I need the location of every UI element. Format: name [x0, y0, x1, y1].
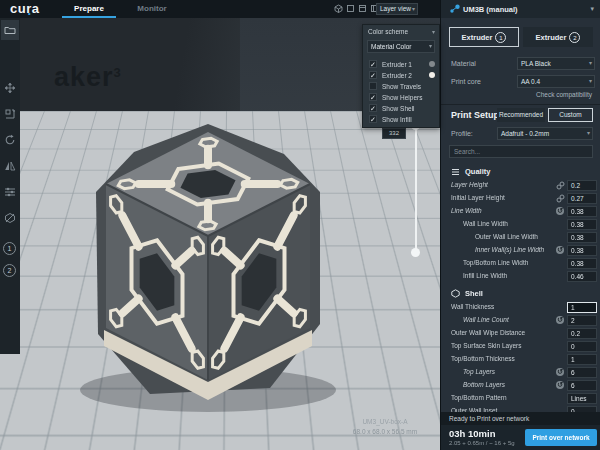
setting-value[interactable]: 2: [567, 315, 597, 326]
setting-value[interactable]: 0.38: [567, 232, 597, 243]
checkbox-unchecked[interactable]: [369, 82, 377, 90]
print-settings-panel: Extruder 1 Extruder 2 Material PLA Black…: [440, 18, 600, 450]
view-mode-dropdown[interactable]: Layer view▾: [376, 3, 418, 15]
recommended-mode-button[interactable]: Recommended: [497, 108, 545, 122]
select-extruder-1-button[interactable]: 1: [3, 242, 16, 255]
checkbox-checked[interactable]: ✓: [369, 93, 377, 101]
printer-name: UM3B (manual): [463, 5, 518, 14]
profile-label: Profile:: [451, 130, 473, 137]
camera-view-3d-icon[interactable]: [334, 4, 343, 13]
printer-selector[interactable]: UM3B (manual) ▾: [440, 0, 600, 18]
setting-wall-line-count[interactable]: Wall Line Count ↺ 2: [441, 314, 600, 327]
tab-monitor[interactable]: Monitor: [126, 0, 178, 18]
setting-value[interactable]: 6: [567, 367, 597, 378]
revert-icon[interactable]: ↺: [556, 207, 564, 215]
checkbox-checked[interactable]: ✓: [369, 71, 377, 79]
left-toolbar: 1 2: [0, 18, 20, 354]
layer-slider-value: 332: [382, 128, 406, 139]
setting-wall-line-width[interactable]: Wall Line Width 0.38: [441, 218, 600, 231]
chevron-down-icon: ▾: [412, 4, 415, 14]
setting-inner-walls-line-width[interactable]: Inner Wall(s) Line Width ↺ 0.38: [441, 244, 600, 257]
extruder-1-number: 1: [495, 32, 506, 43]
model-3d[interactable]: [58, 122, 358, 422]
support-blocker-icon[interactable]: [4, 212, 16, 224]
settings-search-input[interactable]: [449, 145, 593, 158]
scale-tool-icon[interactable]: [4, 108, 16, 120]
printer-branding-text: aker3: [54, 62, 122, 93]
option-extruder-1[interactable]: ✓ Extruder 1: [363, 59, 441, 70]
setting-value[interactable]: 0.38: [567, 258, 597, 269]
print-core-dropdown[interactable]: AA 0.4▾: [517, 75, 595, 88]
setting-value[interactable]: 0.38: [567, 206, 597, 217]
print-time-estimate: 03h 10min: [449, 428, 495, 439]
category-shell[interactable]: Shell: [441, 286, 600, 301]
layer-slider-bottom-handle[interactable]: [411, 248, 420, 257]
checkbox-checked[interactable]: ✓: [369, 60, 377, 68]
per-model-settings-icon[interactable]: [4, 186, 16, 198]
chevron-down-icon[interactable]: ▾: [432, 28, 435, 35]
setting-value[interactable]: 6: [567, 380, 597, 391]
setting-value[interactable]: 0.27: [567, 193, 597, 204]
setting-top-bottom-thickness[interactable]: Top/Bottom Thickness 1: [441, 353, 600, 366]
tab-prepare[interactable]: Prepare: [62, 0, 116, 18]
chevron-down-icon: ▾: [589, 58, 592, 69]
setting-value[interactable]: 0: [567, 341, 597, 352]
checkbox-checked[interactable]: ✓: [369, 115, 377, 123]
model-dimensions: 68.0 x 68.0 x 56.5 mm: [315, 427, 440, 437]
option-show-helpers[interactable]: ✓ Show Helpers: [363, 92, 441, 103]
option-show-shell[interactable]: ✓ Show Shell: [363, 103, 441, 114]
chevron-down-icon: ▾: [589, 76, 592, 87]
material-usage-estimate: 2.05 + 0.65m / ~ 16 + 5g: [449, 440, 515, 446]
open-file-button[interactable]: [1, 20, 19, 40]
profile-dropdown[interactable]: Adafruit - 0.2mm▾: [497, 127, 593, 140]
check-compatibility-link[interactable]: Check compatibility: [536, 91, 592, 98]
setting-wall-thickness[interactable]: Wall Thickness 1: [441, 301, 600, 314]
setting-outer-wall-wipe-distance[interactable]: Outer Wall Wipe Distance 0.2: [441, 327, 600, 340]
custom-mode-button[interactable]: Custom: [548, 108, 593, 122]
extruder-1-tab[interactable]: Extruder 1: [449, 27, 519, 47]
layer-slider-track[interactable]: [415, 126, 417, 252]
checkbox-checked[interactable]: ✓: [369, 104, 377, 112]
setting-value[interactable]: 0.2: [567, 180, 597, 191]
option-show-infill[interactable]: ✓ Show Infill: [363, 114, 441, 125]
revert-icon[interactable]: ↺: [556, 316, 564, 324]
setting-outer-wall-line-width[interactable]: Outer Wall Line Width 0.38: [441, 231, 600, 244]
setting-top-bottom-pattern[interactable]: Top/Bottom Pattern Lines: [441, 392, 600, 405]
setting-top-bottom-line-width[interactable]: Top/Bottom Line Width 0.38: [441, 257, 600, 270]
model-name: UM3_UV-box-A: [315, 417, 440, 427]
view-options-list: ✓ Extruder 1 ✓ Extruder 2 Show Travels ✓…: [363, 59, 441, 125]
setting-initial-layer-height[interactable]: Initial Layer Height 0.27: [441, 192, 600, 205]
print-over-network-button[interactable]: Print over network: [525, 429, 597, 446]
setting-value-dropdown[interactable]: Lines: [567, 393, 597, 404]
select-extruder-2-button[interactable]: 2: [3, 264, 16, 277]
extruder-2-tab[interactable]: Extruder 2: [523, 27, 593, 47]
option-extruder-2[interactable]: ✓ Extruder 2: [363, 70, 441, 81]
setting-value[interactable]: 1: [567, 354, 597, 365]
setting-top-surface-skin-layers[interactable]: Top Surface Skin Layers 0: [441, 340, 600, 353]
setting-layer-height[interactable]: Layer Height 0.2: [441, 179, 600, 192]
material-dropdown[interactable]: PLA Black▾: [517, 57, 595, 70]
setting-infill-line-width[interactable]: Infill Line Width 0.46: [441, 270, 600, 283]
setting-outer-wall-inset[interactable]: Outer Wall Inset 0: [441, 405, 600, 412]
setting-value-focused[interactable]: 1: [567, 302, 597, 313]
setting-value[interactable]: 0.38: [567, 219, 597, 230]
setting-top-layers[interactable]: Top Layers ↺ 6: [441, 366, 600, 379]
revert-icon[interactable]: ↺: [556, 246, 564, 254]
mirror-tool-icon[interactable]: [4, 160, 16, 172]
category-quality[interactable]: Quality: [441, 164, 600, 179]
color-scheme-label: Color scheme: [368, 28, 408, 35]
setting-bottom-layers[interactable]: Bottom Layers ↺ 6: [441, 379, 600, 392]
setting-line-width[interactable]: Line Width ↺ 0.38: [441, 205, 600, 218]
move-tool-icon[interactable]: [4, 82, 16, 94]
revert-icon[interactable]: ↺: [556, 381, 564, 389]
camera-view-top-icon[interactable]: [358, 4, 367, 13]
setting-value[interactable]: 0.38: [567, 245, 597, 256]
setting-value[interactable]: 0.46: [567, 271, 597, 282]
setting-value[interactable]: 0.2: [567, 328, 597, 339]
option-show-travels[interactable]: Show Travels: [363, 81, 441, 92]
color-scheme-dropdown[interactable]: Material Color▾: [367, 40, 435, 53]
revert-icon[interactable]: ↺: [556, 368, 564, 376]
camera-view-front-icon[interactable]: [346, 4, 355, 13]
shell-icon: [451, 289, 460, 298]
rotate-tool-icon[interactable]: [4, 134, 16, 146]
